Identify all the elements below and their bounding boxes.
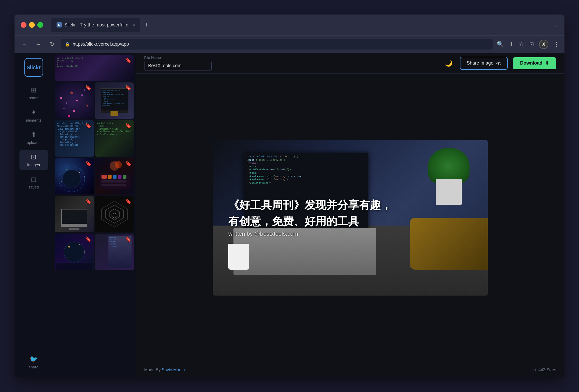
forward-button[interactable]: →: [34, 40, 44, 49]
bookmark-8[interactable]: 🔖: [85, 198, 92, 204]
file-name-label: File Name: [144, 55, 212, 60]
svg-point-13: [66, 170, 67, 170]
bookmark-9[interactable]: 🔖: [125, 198, 132, 204]
app-logo[interactable]: Slickr: [24, 58, 43, 77]
svg-rect-29: [69, 228, 79, 230]
sidebar-elements-label: elements: [26, 118, 42, 122]
maximize-button[interactable]: [37, 22, 43, 28]
svg-point-3: [76, 100, 78, 101]
download-icon: ⬇: [545, 60, 549, 66]
share-icon: ≪: [496, 60, 501, 66]
sidebar-item-saved[interactable]: ◻ saved: [19, 172, 48, 192]
editor-footer: Made By Savio Martin ⊙ 442 Stars: [136, 362, 564, 377]
image-preview: export default function dashboard() { co…: [213, 140, 488, 296]
svg-point-7: [73, 110, 75, 112]
gallery-item-6[interactable]: 🔖: [55, 158, 94, 194]
sidebar-item-elements[interactable]: ✦ elements: [19, 105, 48, 125]
sidebar-item-share[interactable]: 🐦 share: [19, 352, 48, 372]
minimize-button[interactable]: [29, 22, 35, 28]
sidebar-item-images[interactable]: ⊡ images: [19, 150, 48, 170]
split-view-icon[interactable]: ⊡: [529, 41, 534, 48]
svg-point-36: [79, 244, 80, 245]
tab-title: Slickr - Try the most powerful c: [64, 22, 128, 28]
svg-point-15: [61, 181, 62, 182]
gallery-item-10[interactable]: 🔖: [55, 234, 94, 270]
gallery-item-9[interactable]: 🔖: [95, 196, 134, 232]
share-icon[interactable]: ⬆: [509, 41, 514, 48]
address-bar: ← → ↻ 🔒 https://slickr.vercel.app/app 🔍 …: [15, 35, 564, 53]
lock-icon: 🔒: [65, 42, 70, 47]
sidebar-saved-label: saved: [28, 185, 39, 189]
sidebar-item-uploads[interactable]: ⬆ uploads: [19, 128, 48, 148]
sidebar-uploads-label: uploads: [27, 140, 40, 145]
svg-point-16: [83, 184, 84, 184]
svg-point-35: [68, 246, 70, 248]
editor-panel: File Name 🌙 Share Image ≪ Download ⬇: [136, 53, 564, 377]
bookmark-5[interactable]: 🔖: [125, 122, 132, 129]
svg-point-9: [68, 115, 70, 117]
svg-marker-31: [105, 205, 123, 223]
canvas-area: export default function dashboard() { co…: [136, 74, 564, 362]
bookmark-3[interactable]: 🔖: [125, 85, 132, 91]
share-label: Share Image: [467, 60, 493, 66]
svg-rect-39: [56, 263, 92, 270]
sidebar-images-label: images: [27, 163, 40, 167]
bookmark-1[interactable]: 🔖: [125, 57, 132, 63]
file-name-input[interactable]: [144, 61, 212, 71]
gallery-item-8[interactable]: 🔖: [55, 196, 94, 232]
user-avatar[interactable]: X: [539, 40, 548, 49]
bookmark-7[interactable]: 🔖: [125, 160, 132, 166]
bookmark-4[interactable]: 🔖: [85, 122, 92, 129]
footer-left: Made By Savio Martin: [144, 368, 185, 372]
svg-rect-19: [108, 175, 112, 179]
dark-mode-toggle[interactable]: 🌙: [443, 58, 455, 69]
plant-pot: [436, 179, 462, 205]
svg-point-1: [66, 102, 67, 104]
svg-rect-24: [101, 184, 126, 186]
uploads-icon: ⬆: [31, 131, 37, 139]
overlay-subtitle: written by @bestxtools.com: [228, 231, 392, 237]
reload-button[interactable]: ↻: [48, 40, 57, 49]
active-tab[interactable]: S Slickr - Try the most powerful c ×: [51, 18, 140, 32]
download-button[interactable]: Download ⬇: [513, 57, 556, 69]
images-icon: ⊡: [31, 153, 37, 161]
sidebar: Slickr ⊞ home ✦ elements ⬆ uploads ⊡ ima…: [15, 53, 53, 377]
svg-point-4: [81, 94, 83, 96]
gallery-item-7[interactable]: 🔖: [95, 158, 134, 194]
sidebar-item-home[interactable]: ⊞ home: [19, 83, 48, 103]
gallery-item-11[interactable]: <export>function default dashboard retur…: [95, 234, 134, 270]
tab-expand-icon[interactable]: ⌄: [554, 22, 558, 28]
bookmark-10[interactable]: 🔖: [85, 236, 92, 242]
close-button[interactable]: [21, 22, 26, 28]
gallery-item-2[interactable]: 🔖: [55, 82, 94, 119]
svg-rect-21: [118, 175, 121, 179]
author-link[interactable]: Savio Martin: [162, 368, 185, 372]
tab-close-button[interactable]: ×: [133, 23, 135, 27]
svg-point-0: [60, 97, 62, 99]
overlay-title-line1: 《好工具周刊》发现并分享有趣，: [228, 198, 392, 212]
bookmark-icon[interactable]: ☆: [519, 41, 524, 48]
home-icon: ⊞: [31, 86, 37, 94]
bookmark-2[interactable]: 🔖: [85, 85, 92, 91]
new-tab-button[interactable]: +: [142, 20, 150, 30]
svg-rect-28: [62, 209, 87, 224]
code-overlay-1: var x = function(a) { return a * 2; } co…: [57, 57, 83, 68]
menu-icon[interactable]: ⋮: [554, 41, 559, 48]
share-image-button[interactable]: Share Image ≪: [460, 57, 508, 70]
gallery-item-1[interactable]: var x = function(a) { return a * 2; } co…: [55, 55, 134, 81]
bookmark-11[interactable]: 🔖: [125, 236, 132, 242]
url-bar[interactable]: 🔒 https://slickr.vercel.app/app: [61, 39, 493, 50]
svg-marker-33: [112, 213, 117, 218]
search-icon[interactable]: 🔍: [497, 41, 504, 48]
svg-point-37: [84, 251, 85, 253]
bookmark-6[interactable]: 🔖: [85, 160, 92, 166]
svg-point-26: [115, 161, 122, 168]
title-bar: S Slickr - Try the most powerful c × + ⌄: [15, 15, 564, 35]
browser-actions: 🔍 ⬆ ☆ ⊡ X ⋮: [497, 40, 559, 49]
svg-point-11: [63, 170, 81, 188]
gallery-item-5[interactable]: <GridContaine <Card> <CardHeader color <…: [95, 120, 134, 157]
sidebar-home-label: home: [29, 96, 39, 100]
gallery-item-3[interactable]: export default function Dashboard() { co…: [95, 82, 134, 119]
gallery-item-4[interactable]: var obj = new ABCD_obj_id ABCD.datasets.…: [55, 120, 94, 157]
back-button[interactable]: ←: [20, 40, 30, 49]
